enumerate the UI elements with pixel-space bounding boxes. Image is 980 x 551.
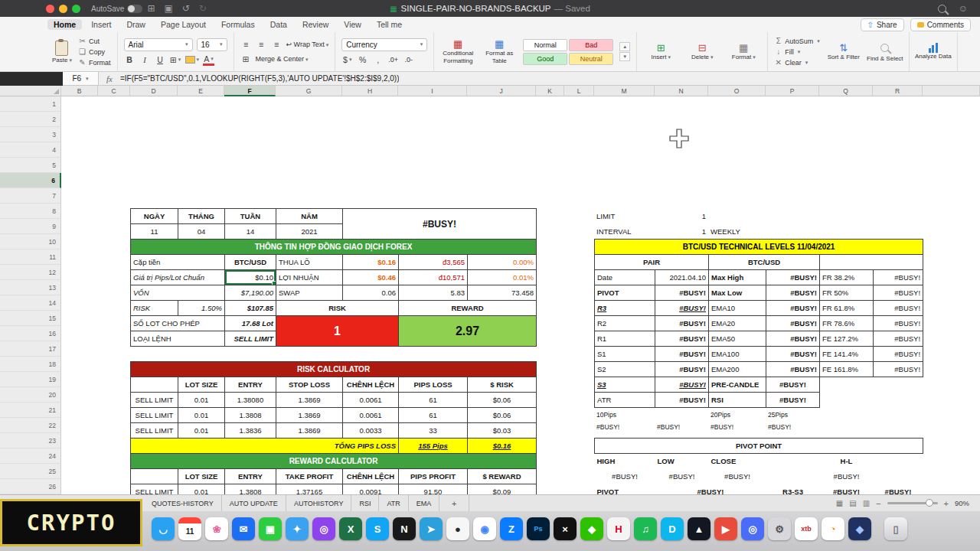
row-header-6[interactable]: 6 [0, 173, 61, 188]
risk-calculator-table-cell[interactable]: STOP LOSS [276, 377, 343, 393]
technical-levels-table-cell[interactable]: #BUSY! [766, 316, 820, 331]
reward-calculator-table-cell[interactable] [131, 469, 178, 484]
ribbon-tab-formulas[interactable]: Formulas [215, 19, 261, 30]
xtb-icon[interactable]: xtb [795, 517, 818, 540]
cut-button[interactable]: ✂Cut [78, 37, 111, 46]
column-header-R[interactable]: R [873, 86, 923, 96]
clear-button[interactable]: ✕Clear▾ [774, 58, 820, 67]
technical-levels-table-cell[interactable]: FR 38.2% [820, 270, 874, 285]
technical-levels-table-cell[interactable]: S2 [595, 362, 655, 377]
technical-levels-table-cell[interactable]: #BUSY! [766, 331, 820, 347]
settings-icon[interactable]: ⚙ [768, 517, 791, 540]
search-icon[interactable] [938, 5, 946, 13]
row-header-20[interactable]: 20 [0, 387, 61, 403]
zoom-slider-knob[interactable] [926, 499, 933, 507]
reward-calculator-table-cell[interactable]: PIPS PROFIT [399, 469, 468, 484]
ribbon-tab-review[interactable]: Review [296, 19, 335, 30]
styles-scroll-up-icon[interactable]: ▲ [619, 42, 630, 51]
pivot-point-table-cell[interactable]: PIVOT POINT [595, 439, 923, 454]
ribbon-tab-page-layout[interactable]: Page Layout [155, 19, 212, 30]
finder-icon[interactable]: ◡ [152, 517, 175, 540]
reward-calculator-table-cell[interactable]: 1.37165 [276, 484, 343, 495]
pivot-point-table-cell[interactable]: #BUSY! [655, 469, 709, 484]
contract-info-table-cell[interactable]: đ3,565 [399, 255, 468, 270]
h-app-icon[interactable]: H [607, 517, 630, 540]
zoom-level[interactable]: 90% [955, 499, 969, 507]
technical-levels-table-cell[interactable]: R2 [595, 316, 655, 331]
limit-interval-strip-cell[interactable]: 1 [655, 223, 708, 239]
row-header-15[interactable]: 15 [0, 311, 61, 326]
column-header-M[interactable]: M [594, 86, 655, 96]
pivot-point-table-cell[interactable] [766, 469, 820, 484]
technical-levels-table-cell[interactable]: #BUSY! [874, 347, 923, 362]
zalo-icon[interactable]: Z [500, 517, 523, 540]
ribbon-tab-tell-me[interactable]: Tell me [371, 19, 408, 30]
risk-calculator-table-cell[interactable]: 33 [399, 423, 468, 439]
facetime-icon[interactable]: ▣ [259, 517, 282, 540]
reward-calculator-table-cell[interactable]: $ REWARD [468, 469, 537, 484]
column-header-L[interactable]: L [564, 86, 594, 96]
contract-info-table-cell[interactable]: VỐN [131, 285, 225, 301]
comments-button[interactable]: Comments [910, 18, 971, 31]
contract-info-table-cell[interactable]: Cặp tiền [131, 255, 225, 270]
zoom-slider[interactable] [887, 502, 938, 504]
pips-strip-cell[interactable]: 20Pips [708, 409, 766, 421]
risk-calculator-table-cell[interactable]: SELL LIMIT [131, 393, 178, 408]
zoom-in-button[interactable]: + [944, 499, 949, 508]
insert-cells-button[interactable]: ⊞ Insert▾ [643, 43, 678, 60]
technical-levels-table-cell[interactable]: 2021.04.10 [655, 270, 709, 285]
reward-calculator-table-cell[interactable]: CHÊNH LỆCH [343, 469, 399, 484]
row-header-23[interactable]: 23 [0, 433, 61, 448]
contract-info-table-cell[interactable]: 11 [131, 224, 178, 240]
technical-levels-table-cell[interactable]: #BUSY! [766, 347, 820, 362]
technical-levels-table-cell[interactable]: BTC/USD [709, 255, 820, 270]
limit-interval-strip-cell[interactable]: WEEKLY [708, 223, 766, 239]
comma-style-button[interactable]: , [372, 54, 384, 66]
technical-levels-table-cell[interactable]: R3 [595, 301, 655, 316]
limit-interval-strip-cell[interactable]: INTERVAL [594, 223, 655, 239]
conditional-formatting-button[interactable]: ▦ Conditional Formatting [440, 39, 475, 64]
risk-calculator-table-cell[interactable]: 0.01 [178, 393, 225, 408]
style-good[interactable]: Good [523, 53, 567, 65]
technical-levels-table-cell[interactable]: #BUSY! [766, 362, 820, 377]
format-cells-button[interactable]: ▦ Format▾ [726, 43, 761, 60]
technical-levels-table-cell[interactable]: #BUSY! [874, 270, 923, 285]
pivot-point-table-cell[interactable]: CLOSE [709, 454, 766, 469]
analyze-data-button[interactable]: Analyze Data [916, 43, 951, 60]
row-header-13[interactable]: 13 [0, 280, 61, 295]
row-header-3[interactable]: 3 [0, 127, 61, 142]
contract-info-table-cell[interactable]: BTC/USD [225, 255, 276, 270]
podcasts-icon[interactable]: ◎ [312, 517, 335, 540]
pivot-point-table-cell[interactable]: #BUSY! [820, 484, 874, 495]
contract-info-table-cell[interactable]: $0.46 [343, 270, 399, 285]
contract-info-table-cell[interactable]: SWAP [276, 285, 343, 301]
pivot-point-table-cell[interactable]: #BUSY! [595, 469, 655, 484]
minimize-window-button[interactable] [59, 5, 67, 13]
pivot-point-table-cell[interactable]: HIGH [595, 454, 655, 469]
reward-calculator-table-cell[interactable]: 0.01 [178, 484, 225, 495]
limit-interval-strip-cell[interactable] [708, 208, 766, 223]
contract-info-table-cell[interactable]: đ10,571 [399, 270, 468, 285]
row-header-18[interactable]: 18 [0, 357, 61, 372]
sheet-tab-autohistory[interactable]: AUTOHISTORY [286, 495, 352, 512]
column-header-P[interactable]: P [766, 86, 819, 96]
share-button[interactable]: ⇧ Share [861, 18, 904, 31]
ribbon-tab-draw[interactable]: Draw [120, 19, 152, 30]
contract-info-table-cell[interactable]: 04 [178, 224, 225, 240]
paste-button[interactable]: Paste▾ [52, 41, 72, 64]
technical-levels-table-cell[interactable]: #BUSY! [766, 301, 820, 316]
contract-info-table-cell[interactable]: 0.00% [468, 255, 537, 270]
contract-info-table-cell[interactable]: 1 [276, 316, 399, 347]
risk-calculator-table-cell[interactable]: ENTRY [225, 377, 276, 393]
sheet-tab-quotes-history[interactable]: QUOTES-HISTORY [144, 495, 222, 512]
reward-calculator-table-cell[interactable]: TAKE PROFIT [276, 469, 343, 484]
risk-calculator-table-cell[interactable]: 0.01 [178, 408, 225, 423]
technical-levels-table-cell[interactable]: EMA200 [709, 362, 766, 377]
style-normal[interactable]: Normal [523, 39, 567, 51]
technical-levels-table-cell[interactable]: #BUSY! [766, 270, 820, 285]
view-grid-icon[interactable]: ⊞ [147, 0, 155, 17]
contract-info-table-cell[interactable]: $107.85 [225, 301, 276, 316]
contract-info-table-cell[interactable]: TUẦN [225, 209, 276, 224]
risk-calculator-table-cell[interactable]: 1.3808 [225, 408, 276, 423]
page-break-view-icon[interactable]: ▥ [863, 499, 870, 507]
